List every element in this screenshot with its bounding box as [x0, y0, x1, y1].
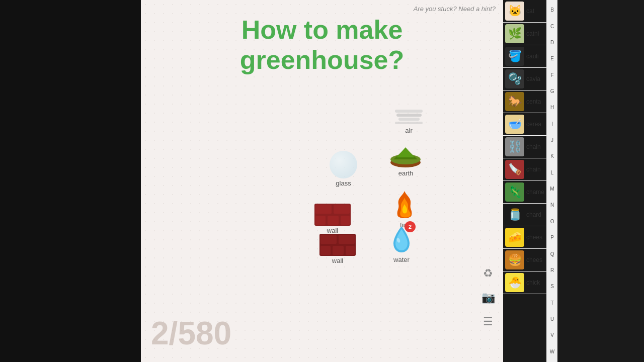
alpha-letter-i[interactable]: I — [551, 122, 553, 127]
svg-rect-2 — [398, 118, 420, 121]
recycle-icon: ♻ — [483, 267, 493, 280]
left-black-panel — [0, 0, 141, 362]
recycle-button[interactable]: ♻ — [478, 263, 498, 284]
brick2-icon — [319, 234, 356, 256]
cheeseburger-label: chees — [526, 256, 542, 263]
brick1-icon — [314, 204, 351, 226]
element-wall2[interactable]: wall — [319, 234, 356, 264]
svg-rect-16 — [339, 235, 355, 244]
alpha-letter-b[interactable]: B — [550, 8, 554, 13]
chain-icon: ⛓️ — [505, 137, 524, 156]
alpha-letter-r[interactable]: R — [550, 268, 554, 273]
sidebar-item-cauliflower[interactable]: 🪣cauli — [503, 45, 546, 68]
alpha-letter-m[interactable]: M — [550, 187, 554, 192]
svg-rect-13 — [341, 216, 350, 225]
water-label: water — [393, 256, 410, 263]
air-label: air — [405, 127, 412, 134]
svg-rect-17 — [320, 246, 331, 255]
svg-rect-15 — [320, 235, 337, 244]
svg-rect-12 — [328, 216, 339, 225]
wall2-label: wall — [332, 257, 343, 264]
sidebar-panel: 🐱cat🌿catni🪣cauli🫧cavia🐎centa🥣cerea⛓️chai… — [503, 0, 557, 362]
alpha-letter-p[interactable]: P — [550, 235, 554, 240]
cheese-icon: 🧀 — [505, 228, 524, 247]
alpha-letter-u[interactable]: U — [550, 317, 554, 322]
cat-icon: 🐱 — [505, 2, 524, 21]
alpha-letter-e[interactable]: E — [550, 56, 554, 61]
svg-rect-11 — [315, 216, 326, 225]
chainsaw-label: chain — [526, 166, 541, 173]
caviar-icon: 🫧 — [505, 69, 524, 88]
sidebar-items-list: 🐱cat🌿catni🪣cauli🫧cavia🐎centa🥣cerea⛓️chai… — [503, 0, 546, 362]
sidebar-item-chick[interactable]: 🐣chick — [503, 272, 546, 294]
sidebar-item-chainsaw[interactable]: 🪚chain — [503, 158, 546, 181]
alpha-letter-f[interactable]: F — [550, 73, 553, 78]
svg-rect-3 — [395, 122, 423, 124]
alpha-letter-o[interactable]: O — [550, 219, 554, 224]
water-badge: 2 — [405, 221, 416, 232]
cheeseburger-icon: 🍔 — [505, 250, 524, 269]
cat-label: cat — [526, 8, 534, 15]
svg-rect-1 — [396, 114, 422, 117]
cauliflower-icon: 🪣 — [505, 47, 524, 66]
alpha-letter-j[interactable]: J — [551, 138, 553, 143]
alpha-navigation: BCDEFGHIJKLMNOPQRSTUVW — [546, 0, 557, 362]
earth-icon — [389, 143, 422, 168]
toolbar: ♻ 📷 ☰ — [478, 263, 498, 332]
sidebar-item-caviar[interactable]: 🫧cavia — [503, 68, 546, 90]
sidebar-item-chain[interactable]: ⛓️chain — [503, 136, 546, 158]
alpha-letter-h[interactable]: H — [550, 105, 554, 110]
sidebar-item-cheese[interactable]: 🧀chees — [503, 226, 546, 249]
cereal-label: cerea — [526, 121, 541, 128]
sidebar-item-chard[interactable]: 🫙chard — [503, 204, 546, 226]
svg-rect-10 — [334, 205, 350, 214]
chick-icon: 🐣 — [505, 273, 524, 292]
main-title: How to make greenhouse? — [171, 15, 473, 75]
alpha-letter-n[interactable]: N — [550, 203, 554, 208]
centaur-label: centa — [526, 98, 541, 105]
sidebar-item-chameleon[interactable]: 🦎chame — [503, 181, 546, 204]
cheese-label: chees — [526, 234, 542, 241]
glass-icon — [330, 151, 357, 178]
element-glass[interactable]: glass — [330, 151, 357, 187]
chain-label: chain — [526, 143, 541, 150]
alpha-letter-c[interactable]: C — [550, 24, 554, 29]
svg-rect-9 — [315, 205, 332, 214]
hint-text[interactable]: Are you stuck? Need a hint? — [414, 5, 496, 13]
alpha-letter-d[interactable]: D — [550, 40, 554, 45]
menu-button[interactable]: ☰ — [478, 312, 498, 332]
alpha-letter-k[interactable]: K — [550, 154, 554, 159]
element-air[interactable]: air — [392, 106, 425, 134]
alpha-letter-l[interactable]: L — [551, 170, 554, 175]
caviar-label: cavia — [526, 75, 540, 82]
chard-label: chard — [526, 211, 541, 218]
element-wall1[interactable]: wall — [314, 204, 351, 234]
svg-rect-18 — [333, 246, 344, 255]
svg-marker-7 — [396, 147, 415, 157]
alpha-letter-q[interactable]: Q — [550, 252, 554, 257]
glass-label: glass — [336, 179, 351, 187]
svg-rect-19 — [346, 246, 355, 255]
catnip-icon: 🌿 — [505, 24, 524, 43]
sidebar-item-catnip[interactable]: 🌿catni — [503, 23, 546, 45]
alpha-letter-t[interactable]: T — [550, 301, 553, 306]
element-water[interactable]: 2 water — [391, 225, 412, 263]
alpha-letter-w[interactable]: W — [550, 349, 554, 354]
air-cloud-icon — [392, 106, 425, 126]
camera-button[interactable]: 📷 — [478, 288, 498, 308]
cauliflower-label: cauli — [526, 53, 539, 60]
sidebar-item-cereal[interactable]: 🥣cerea — [503, 113, 546, 136]
catnip-label: catni — [526, 30, 539, 37]
chameleon-label: chame — [526, 189, 544, 196]
sidebar-item-cheeseburger[interactable]: 🍔chees — [503, 249, 546, 272]
counter-text: 2/580 — [151, 315, 231, 352]
sidebar-item-centaur[interactable]: 🐎centa — [503, 90, 546, 113]
camera-icon: 📷 — [481, 291, 495, 304]
sidebar-item-cat[interactable]: 🐱cat — [503, 0, 546, 23]
centaur-icon: 🐎 — [505, 92, 524, 111]
element-earth[interactable]: earth — [389, 143, 422, 177]
alpha-letter-s[interactable]: S — [550, 284, 554, 289]
alpha-letter-v[interactable]: V — [550, 333, 554, 338]
alpha-letter-g[interactable]: G — [550, 89, 554, 94]
chard-icon: 🫙 — [505, 205, 524, 224]
